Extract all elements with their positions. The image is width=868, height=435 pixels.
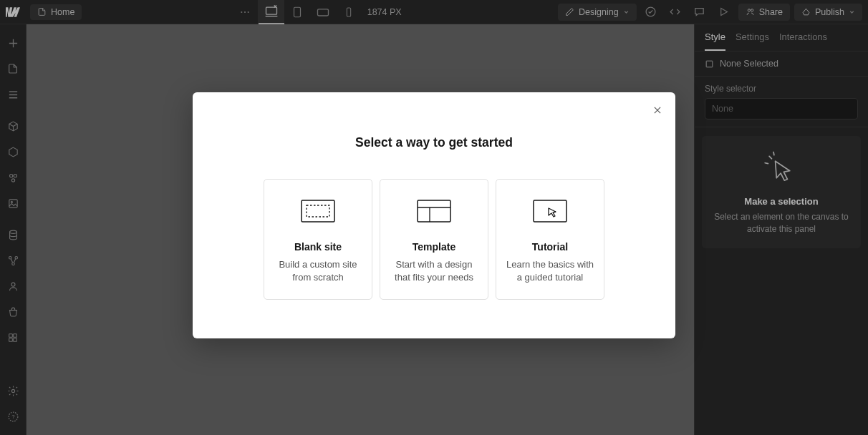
modal-overlay: Select a way to get started Blank site B… xyxy=(0,0,868,435)
option-desc: Learn the basics with a guided tutorial xyxy=(505,258,595,283)
get-started-modal: Select a way to get started Blank site B… xyxy=(193,92,675,338)
modal-title: Select a way to get started xyxy=(224,135,644,150)
template-icon xyxy=(389,198,479,224)
svg-rect-33 xyxy=(534,200,566,222)
svg-rect-30 xyxy=(418,200,450,222)
option-desc: Start with a design that fits your needs xyxy=(389,258,479,283)
svg-rect-29 xyxy=(307,205,329,217)
blank-site-icon xyxy=(273,198,363,224)
tutorial-icon xyxy=(505,198,595,224)
option-desc: Build a custom site from scratch xyxy=(273,258,363,283)
option-blank-site[interactable]: Blank site Build a custom site from scra… xyxy=(264,179,372,300)
option-template[interactable]: Template Start with a design that fits y… xyxy=(380,179,488,300)
option-title: Template xyxy=(389,241,479,253)
close-icon[interactable] xyxy=(650,102,665,118)
option-cards-row: Blank site Build a custom site from scra… xyxy=(224,179,644,300)
option-title: Blank site xyxy=(273,241,363,253)
option-tutorial[interactable]: Tutorial Learn the basics with a guided … xyxy=(496,179,604,300)
option-title: Tutorial xyxy=(505,241,595,253)
